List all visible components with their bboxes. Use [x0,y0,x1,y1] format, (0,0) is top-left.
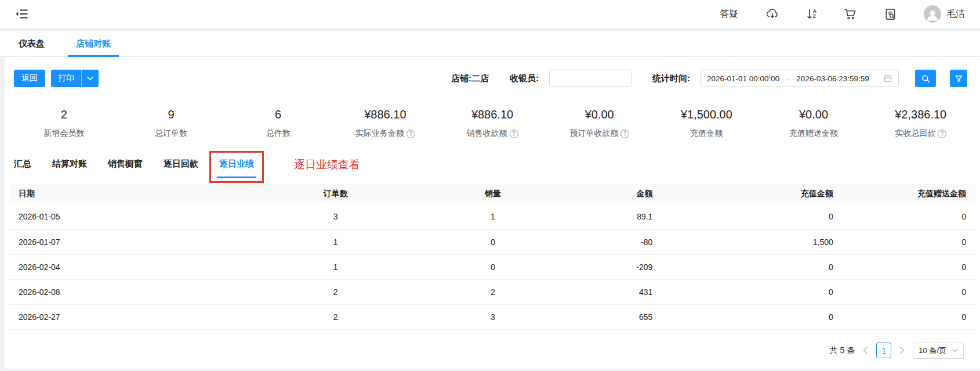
stat-new-members: 2 新增会员数 [10,108,118,139]
stat-label: 实际业务金额 [355,128,404,139]
cell-recharge-gift: 0 [843,304,975,329]
back-button[interactable]: 返回 [14,70,45,87]
stat-total-orders: 9 总订单数 [118,108,225,139]
column-header-orders: 订单数 [266,183,405,204]
calendar-icon [883,74,892,83]
subtab-summary[interactable]: 汇总 [14,159,31,170]
stat-total-items: 6 总件数 [224,108,332,139]
stat-sales-receipts: ¥886.10 销售收款额 ? [439,108,546,139]
shopping-cart-icon[interactable] [843,7,857,21]
user-menu[interactable]: 毛洁 [924,5,965,23]
cloud-download-icon[interactable] [765,7,779,21]
table-row: 2026-01-07 1 0 -80 1,500 0 [9,229,975,254]
search-button[interactable] [915,70,936,87]
tab-dashboard-label: 仪表盘 [19,38,45,49]
pagination-page-1[interactable]: 1 [876,343,891,358]
stat-total-received: ¥2,386.10 实收总回款 ? [867,108,974,139]
main-tabbar: 仪表盘 店铺对账 [0,31,980,57]
cell-amount: 431 [580,279,662,304]
help-icon[interactable]: ? [510,129,518,138]
cell-sales-qty: 0 [405,254,580,279]
topbar: 答疑 A Z [0,0,980,28]
stat-value: 9 [118,108,225,121]
cell-orders: 1 [266,254,405,279]
time-filter-label: 统计时间: [652,73,690,84]
avatar [924,5,941,23]
cell-date: 2026-02-08 [9,279,266,304]
cell-sales-qty: 0 [405,229,580,254]
subtab-settlement[interactable]: 结算对账 [52,159,87,170]
stat-value: ¥2,386.10 [867,108,974,121]
chevron-left-icon[interactable] [862,345,869,355]
cell-recharge-gift: 0 [843,279,975,304]
cell-recharge-gift: 0 [843,254,975,279]
print-split-button[interactable]: 打印 [51,70,99,87]
topbar-actions: 答疑 A Z [720,5,966,23]
table-row: 2026-02-27 2 3 655 0 0 [9,304,975,329]
subtabs-row: 汇总 结算对账 销售橱窗 逐日回款 逐日业绩 逐日业绩查看 [5,139,980,180]
stat-label: 实收总回款 [895,128,935,139]
stat-label: 新增会员数 [43,128,84,139]
document-search-icon[interactable] [884,8,897,21]
date-start-value: 2026-01-01 00:00:00 [707,74,779,83]
stat-preorder-receipts: ¥0.00 预订单收款额 ? [546,108,653,139]
subtab-daily-collection[interactable]: 逐日回款 [164,159,198,170]
toolbar: 返回 打印 店铺:二店 收银员: 统计时间: 2026-01-01 00:00:… [5,57,980,87]
cell-sales-qty: 2 [405,279,580,304]
menu-fold-icon[interactable] [15,7,29,21]
cell-recharge: 0 [662,204,842,229]
page-size-select[interactable]: 10 条/页 [913,343,964,359]
date-end-value: 2026-03-06 23:59:59 [796,74,869,83]
cell-recharge: 0 [662,279,842,304]
stat-value: ¥886.10 [439,108,546,121]
column-header-recharge-gift: 充值赠送金额 [843,183,975,204]
stat-label: 总件数 [266,128,291,139]
qa-link[interactable]: 答疑 [720,8,739,20]
date-range-picker[interactable]: 2026-01-01 00:00:00 → 2026-03-06 23:59:5… [700,70,899,87]
subtab-sales-window[interactable]: 销售橱窗 [108,159,143,170]
print-button-label: 打印 [51,73,81,84]
cell-sales-qty: 3 [405,304,580,329]
stat-label: 预订单收款额 [569,128,618,139]
tab-store-reconciliation[interactable]: 店铺对账 [68,31,119,56]
filter-button[interactable] [950,70,967,87]
subtab-daily-performance-label: 逐日业绩 [219,159,254,168]
subtab-daily-performance[interactable]: 逐日业绩 [219,159,254,170]
daily-performance-table: 日期 订单数 销量 金额 充值金额 充值赠送金额 2026-01-05 3 1 … [9,183,975,330]
column-header-recharge: 充值金额 [662,183,842,204]
tab-store-reconciliation-label: 店铺对账 [76,38,111,49]
page-size-value: 10 条/页 [919,345,946,356]
cell-date: 2026-02-27 [9,304,266,329]
cashier-input[interactable] [549,70,631,87]
cell-orders: 1 [266,229,405,254]
cashier-filter-label: 收银员: [510,73,539,84]
chevron-down-icon[interactable] [82,76,99,81]
stat-value: ¥1,500.00 [653,108,760,121]
stat-label: 总订单数 [155,128,187,139]
cell-date: 2026-02-04 [9,254,266,279]
cell-recharge: 1,500 [662,229,842,254]
cell-orders: 2 [266,279,405,304]
table-header-row: 日期 订单数 销量 金额 充值金额 充值赠送金额 [9,183,975,204]
stat-recharge-gift-amount: ¥0.00 充值赠送金额 [760,108,868,139]
stat-value: 2 [10,108,118,121]
column-header-amount: 金额 [580,183,662,204]
help-icon[interactable]: ? [620,129,629,138]
cell-amount: 89.1 [580,204,662,229]
tab-dashboard[interactable]: 仪表盘 [10,31,53,56]
stat-value: ¥0.00 [760,108,868,121]
column-header-sales-qty: 销量 [405,183,580,204]
sort-az-icon[interactable]: A Z [806,8,817,20]
cell-sales-qty: 1 [405,204,580,229]
cell-date: 2026-01-05 [9,204,266,229]
table-row: 2026-02-04 1 0 -209 0 0 [9,254,975,279]
arrow-right-icon: → [784,74,792,83]
user-name: 毛洁 [946,8,965,20]
cell-recharge: 0 [662,254,842,279]
content-card: 返回 打印 店铺:二店 收银员: 统计时间: 2026-01-01 00:00:… [5,57,980,369]
table-row: 2026-01-05 3 1 89.1 0 0 [9,204,975,229]
chevron-right-icon[interactable] [898,345,906,355]
help-icon[interactable]: ? [406,129,415,138]
stat-value: 6 [224,108,332,121]
help-icon[interactable]: ? [938,129,946,138]
